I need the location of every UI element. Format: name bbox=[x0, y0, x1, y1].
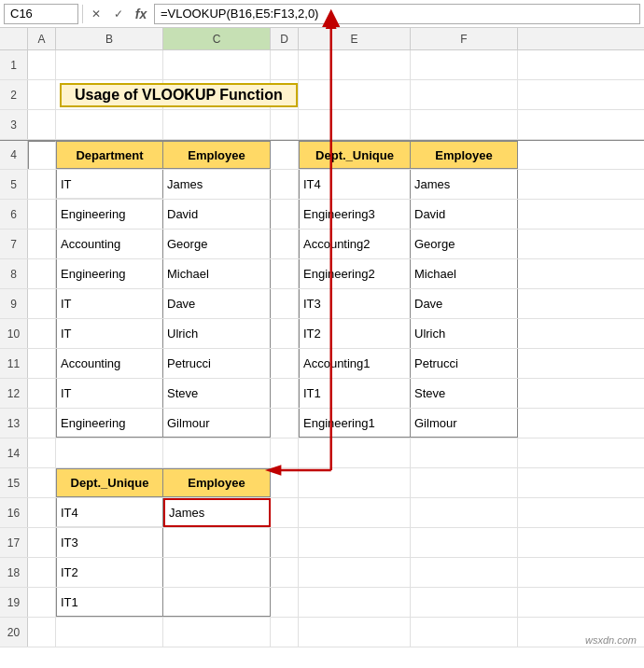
cell-f3[interactable] bbox=[411, 110, 518, 139]
cell-b20[interactable] bbox=[56, 618, 163, 647]
cell-d1[interactable] bbox=[271, 50, 299, 79]
cell-b6[interactable]: Engineering bbox=[56, 200, 163, 229]
col-header-e[interactable]: E bbox=[299, 28, 411, 49]
cell-a16[interactable] bbox=[28, 498, 56, 527]
cell-b14[interactable] bbox=[56, 438, 163, 467]
cell-a15[interactable] bbox=[28, 468, 56, 497]
cell-c10[interactable]: Ulrich bbox=[163, 319, 271, 348]
cell-e10[interactable]: IT2 bbox=[299, 319, 411, 348]
cell-b9[interactable]: IT bbox=[56, 289, 163, 318]
cell-f2[interactable] bbox=[411, 80, 518, 109]
cell-f14[interactable] bbox=[411, 438, 518, 467]
cell-d6[interactable] bbox=[271, 200, 299, 229]
cell-a19[interactable] bbox=[28, 588, 56, 617]
cell-e4-header[interactable]: Dept._Unique bbox=[299, 141, 411, 169]
cell-f17[interactable] bbox=[411, 528, 518, 557]
cell-e1[interactable] bbox=[299, 50, 411, 79]
cell-f13[interactable]: Gilmour bbox=[411, 409, 518, 438]
cell-e3[interactable] bbox=[299, 110, 411, 139]
cell-e12[interactable]: IT1 bbox=[299, 379, 411, 408]
cell-e8[interactable]: Engineering2 bbox=[299, 259, 411, 288]
cell-f15[interactable] bbox=[411, 468, 518, 497]
cell-d4[interactable] bbox=[271, 141, 299, 169]
cell-d15[interactable] bbox=[271, 468, 299, 497]
cell-b5[interactable]: IT bbox=[56, 170, 163, 199]
cell-reference-box[interactable]: C16 bbox=[4, 4, 78, 24]
cell-d16[interactable] bbox=[271, 498, 299, 527]
cell-c8[interactable]: Michael bbox=[163, 259, 271, 288]
cell-f18[interactable] bbox=[411, 558, 518, 587]
cell-b2[interactable]: Usage of VLOOKUP Function bbox=[56, 80, 163, 109]
cell-c15-header[interactable]: Employee bbox=[163, 468, 271, 497]
cell-c16[interactable]: James bbox=[163, 498, 271, 527]
cell-d11[interactable] bbox=[271, 349, 299, 378]
cell-e7[interactable]: Accounting2 bbox=[299, 230, 411, 258]
cell-f7[interactable]: George bbox=[411, 230, 518, 258]
cell-b8[interactable]: Engineering bbox=[56, 259, 163, 288]
cell-f12[interactable]: Steve bbox=[411, 379, 518, 408]
cell-d18[interactable] bbox=[271, 558, 299, 587]
cell-e9[interactable]: IT3 bbox=[299, 289, 411, 318]
cell-f4-header[interactable]: Employee bbox=[411, 141, 518, 169]
col-header-d[interactable]: D bbox=[271, 28, 299, 49]
cell-d8[interactable] bbox=[271, 259, 299, 288]
cell-a20[interactable] bbox=[28, 618, 56, 647]
cell-a1[interactable] bbox=[28, 50, 56, 79]
cell-c12[interactable]: Steve bbox=[163, 379, 271, 408]
cell-c1[interactable] bbox=[163, 50, 271, 79]
cell-e17[interactable] bbox=[299, 528, 411, 557]
cell-b3[interactable] bbox=[56, 110, 163, 139]
cell-d3[interactable] bbox=[271, 110, 299, 139]
cell-d10[interactable] bbox=[271, 319, 299, 348]
cell-a5[interactable] bbox=[28, 170, 56, 199]
cell-d9[interactable] bbox=[271, 289, 299, 318]
cell-e6[interactable]: Engineering3 bbox=[299, 200, 411, 229]
cell-a6[interactable] bbox=[28, 200, 56, 229]
cell-c4-header[interactable]: Employee bbox=[163, 141, 271, 169]
cell-c9[interactable]: Dave bbox=[163, 289, 271, 318]
cell-b11[interactable]: Accounting bbox=[56, 349, 163, 378]
cell-b12[interactable]: IT bbox=[56, 379, 163, 408]
cell-d20[interactable] bbox=[271, 618, 299, 647]
cell-a13[interactable] bbox=[28, 409, 56, 438]
cell-d14[interactable] bbox=[271, 438, 299, 467]
confirm-icon[interactable]: ✓ bbox=[109, 5, 128, 23]
cell-d5[interactable] bbox=[271, 170, 299, 199]
cell-b13[interactable]: Engineering bbox=[56, 409, 163, 438]
cell-c19[interactable] bbox=[163, 588, 271, 617]
cell-d12[interactable] bbox=[271, 379, 299, 408]
cell-d7[interactable] bbox=[271, 230, 299, 258]
col-header-a[interactable]: A bbox=[28, 28, 56, 49]
cell-a2[interactable] bbox=[28, 80, 56, 109]
cell-a11[interactable] bbox=[28, 349, 56, 378]
formula-bar[interactable]: =VLOOKUP(B16,E5:F13,2,0) bbox=[154, 4, 640, 24]
cell-e13[interactable]: Engineering1 bbox=[299, 409, 411, 438]
cell-f10[interactable]: Ulrich bbox=[411, 319, 518, 348]
cell-b18[interactable]: IT2 bbox=[56, 558, 163, 587]
cell-d19[interactable] bbox=[271, 588, 299, 617]
cell-e2[interactable] bbox=[299, 80, 411, 109]
col-header-b[interactable]: B bbox=[56, 28, 163, 49]
cell-f19[interactable] bbox=[411, 588, 518, 617]
cell-a10[interactable] bbox=[28, 319, 56, 348]
cell-e5[interactable]: IT4 bbox=[299, 170, 411, 199]
cell-b1[interactable] bbox=[56, 50, 163, 79]
cell-b10[interactable]: IT bbox=[56, 319, 163, 348]
cell-c11[interactable]: Petrucci bbox=[163, 349, 271, 378]
cell-c5[interactable]: James bbox=[163, 170, 271, 199]
col-header-f[interactable]: F bbox=[411, 28, 518, 49]
cell-c18[interactable] bbox=[163, 558, 271, 587]
cell-b4-header[interactable]: Department bbox=[56, 141, 163, 169]
cell-a9[interactable] bbox=[28, 289, 56, 318]
cell-c20[interactable] bbox=[163, 618, 271, 647]
cell-f16[interactable] bbox=[411, 498, 518, 527]
cancel-icon[interactable]: ✕ bbox=[87, 5, 105, 23]
cell-e15[interactable] bbox=[299, 468, 411, 497]
cell-a7[interactable] bbox=[28, 230, 56, 258]
cell-e11[interactable]: Accounting1 bbox=[299, 349, 411, 378]
cell-b15-header[interactable]: Dept._Unique bbox=[56, 468, 163, 497]
cell-e14[interactable] bbox=[299, 438, 411, 467]
cell-b16[interactable]: IT4 bbox=[56, 498, 163, 527]
col-header-c[interactable]: C bbox=[163, 28, 271, 49]
cell-d13[interactable] bbox=[271, 409, 299, 438]
